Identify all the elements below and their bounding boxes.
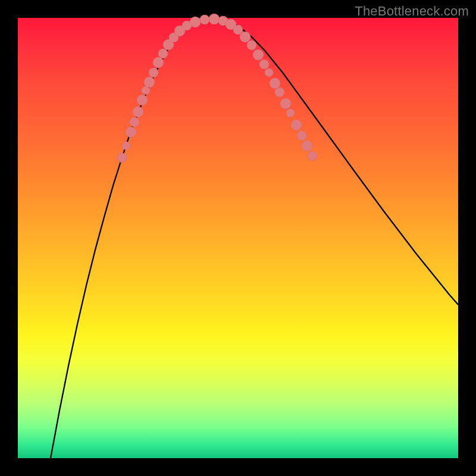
curve-marker [122,142,130,150]
curve-svg [18,18,458,458]
curve-marker [209,14,220,24]
curve-marker [280,98,291,109]
curve-markers [117,14,317,162]
curve-marker [240,32,250,42]
curve-marker [291,120,302,130]
curve-marker [149,68,158,77]
plot-area [18,18,458,458]
curve-marker [308,151,317,161]
curve-marker [117,153,127,162]
curve-marker [286,109,295,117]
curve-marker [137,95,148,105]
curve-marker [133,107,143,117]
curve-marker [297,131,306,140]
curve-marker [302,140,312,151]
curve-marker [200,15,209,24]
curve-marker [259,60,269,69]
curve-marker [158,49,168,58]
curve-marker [130,117,139,127]
curve-marker [153,57,164,68]
curve-marker [275,87,284,97]
curve-marker [265,68,273,77]
curve-marker [190,17,201,27]
curve-marker [247,40,256,50]
curve-marker [270,78,280,89]
curve-marker [253,49,264,60]
curve-marker [126,127,136,137]
curve-marker [144,77,155,87]
chart-frame: TheBottleneck.com [0,0,476,476]
bottleneck-curve [51,18,458,458]
watermark-text: TheBottleneck.com [355,4,469,19]
